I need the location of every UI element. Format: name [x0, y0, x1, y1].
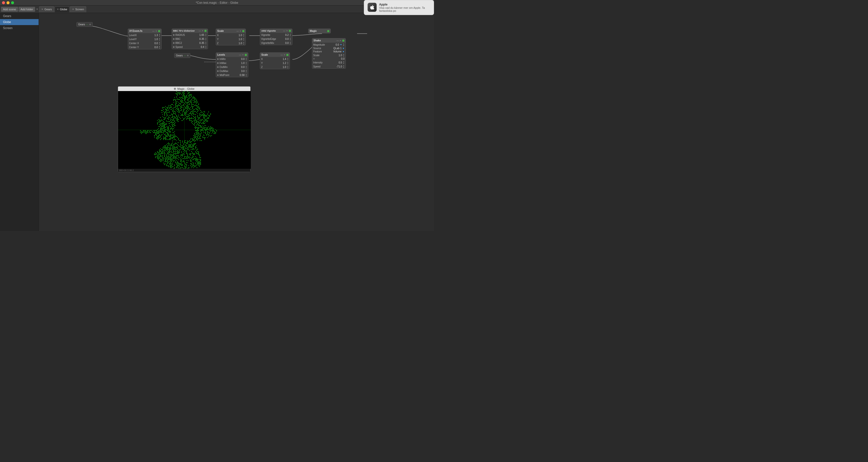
gears-out-port-2 — [187, 55, 189, 56]
preview-status: 880×00 S 66.2 — [118, 169, 250, 172]
shake-magnitude-select[interactable]: ▼ — [340, 44, 342, 46]
minimize-button[interactable] — [6, 1, 9, 4]
maximize-button[interactable] — [11, 1, 14, 4]
xyzoom-centerx-stepper[interactable]: ▲▼ — [159, 41, 160, 45]
bbc70-node[interactable]: BBC 70's Globerizer — + RADIUS 1.65 ▲▼ B… — [172, 29, 208, 49]
levels-midpoint-stepper[interactable]: ▲▼ — [245, 73, 247, 77]
levels-outmin-row: OutMin 0.0 ▲▼ — [216, 65, 248, 69]
shake-source-select[interactable]: ▼ — [342, 47, 345, 50]
vignette-plus[interactable]: + — [286, 30, 288, 32]
gears-source-2[interactable]: Gears — — [174, 53, 190, 58]
scale1-z-stepper[interactable]: ▲▼ — [243, 41, 245, 45]
shake-enabled[interactable] — [342, 40, 344, 41]
scale2-enabled[interactable] — [286, 54, 288, 56]
shake-intensity-stepper[interactable]: ▲▼ — [343, 61, 345, 64]
bbc70-bbc2-port — [173, 42, 175, 44]
sidebar-item-globe[interactable]: Globe — [0, 19, 39, 25]
sidebar-item-gears[interactable]: Gears — [0, 13, 39, 19]
gears-source-1[interactable]: Gears — — [76, 22, 93, 27]
levels-inmin-stepper[interactable]: ▲▼ — [245, 57, 247, 61]
bbc70-bbc-stepper[interactable]: ▲▼ — [205, 37, 207, 40]
bbc70-enabled[interactable] — [205, 30, 207, 32]
add-scene-button[interactable]: Add scene — [1, 7, 18, 12]
vignetteedge-stepper[interactable]: ▲▼ — [289, 37, 291, 40]
xyzoom-minus[interactable]: — — [152, 30, 155, 32]
bbc70-plus[interactable]: + — [202, 30, 203, 32]
shake-header: Shake — + — [312, 38, 345, 42]
shake-magnitude-stepper[interactable]: ▲▼ — [343, 43, 345, 47]
add-folder-button[interactable]: Add folder — [19, 7, 35, 12]
bbc70-speed-row: Speed 0.4 ▲▼ — [172, 45, 208, 49]
tab-gears[interactable]: ✕ Gears — [39, 6, 54, 12]
shake-plus[interactable]: + — [340, 39, 341, 42]
sidebar: Gears Globe Screen — [0, 13, 39, 231]
bbc70-radius-stepper[interactable]: ▲▼ — [205, 33, 207, 37]
bbc70-radius-row: RADIUS 1.65 ▲▼ — [172, 33, 208, 37]
gears-icon-1: — — [86, 23, 88, 26]
levels-minus[interactable]: — — [239, 54, 241, 56]
vignettemix-stepper[interactable]: ▲▼ — [289, 41, 291, 45]
traffic-lights[interactable] — [2, 1, 14, 4]
close-button[interactable] — [2, 1, 5, 4]
scale1-node[interactable]: Scale — + X 1.0 ▲▼ Y 1.0 ▲▼ Z 1.0 ▲▼ — [216, 29, 246, 46]
tab-gears-close[interactable]: ✕ — [41, 8, 43, 10]
scale1-x-stepper[interactable]: ▲▼ — [243, 33, 245, 37]
editor-canvas[interactable]: Gears — XYZoom.fs — + LevelX 1.3 ▲▼ Leve… — [39, 13, 434, 231]
notification-panel[interactable]: Apple Visa vad du känner mer om Apple. T… — [364, 0, 434, 15]
bbc70-minus[interactable]: — — [199, 30, 201, 32]
tab-screen-close[interactable]: ✕ — [72, 8, 74, 10]
xyzoom-centerx-row: Center X 0.0 ▲▼ — [128, 41, 161, 45]
xyzoom-node[interactable]: XYZoom.fs — + LevelX 1.3 ▲▼ LevelY 1.0 ▲… — [128, 29, 162, 50]
scale2-x-stepper[interactable]: ▲▼ — [287, 57, 289, 61]
xyzoom-header: XYZoom.fs — + — [128, 29, 161, 33]
sidebar-item-screen[interactable]: Screen — [0, 25, 39, 31]
shake-speed-stepper[interactable]: ▲▼ — [343, 65, 345, 68]
xyzoom-centery-row: Center Y 0.0 ▲▼ — [128, 45, 161, 49]
xyzoom-plus[interactable]: + — [156, 30, 157, 32]
vignette-minus[interactable]: — — [283, 30, 285, 32]
close-icon[interactable]: ✕ — [36, 8, 38, 10]
shake-node[interactable]: Shake — + Magnitude 0.0 ▼ ▲▼ Source QLab… — [312, 38, 346, 69]
xyzoom-levelx-stepper[interactable]: ▲▼ — [159, 33, 160, 37]
preview-window[interactable]: Magic - Globe 880×00 S 66.2 — [118, 86, 251, 172]
levels-inmin-port — [217, 58, 219, 60]
shake-intensity-row: Intensity 0.5 ▲▼ — [312, 60, 345, 64]
tab-globe[interactable]: ✕ Globe — [55, 6, 69, 12]
scale1-plus[interactable]: + — [240, 30, 241, 32]
xyzoom-centery-stepper[interactable]: ▲▼ — [159, 46, 160, 49]
magic-enabled[interactable] — [327, 30, 329, 32]
magic-node[interactable]: Magic — [308, 29, 331, 33]
bbc70-bbc2-stepper[interactable]: ▲▼ — [205, 41, 207, 45]
vignette-enabled[interactable] — [289, 30, 291, 32]
xyzoom-levely-stepper[interactable]: ▲▼ — [159, 37, 160, 41]
notification-body: Visa vad du känner mer om Apple. Ta fant… — [379, 6, 430, 12]
levels-inmax-stepper[interactable]: ▲▼ — [245, 61, 247, 65]
scale2-y-stepper[interactable]: ▲▼ — [287, 61, 289, 65]
scale2-minus[interactable]: — — [281, 54, 283, 56]
apple-icon — [368, 3, 377, 12]
scale2-z-row: Z 1.0 ▲▼ — [260, 65, 290, 69]
vignette-stepper[interactable]: ▲▼ — [289, 33, 291, 37]
shake-feature-select[interactable]: ▼ — [342, 50, 345, 53]
scale2-z-stepper[interactable]: ▲▼ — [287, 65, 289, 69]
levels-outmax-stepper[interactable]: ▲▼ — [245, 69, 247, 73]
shake-minus[interactable]: — — [337, 39, 339, 42]
scale1-enabled[interactable] — [242, 30, 244, 32]
levels-enabled[interactable] — [245, 54, 247, 56]
scale1-minus[interactable]: — — [237, 30, 239, 32]
tab-globe-close[interactable]: ✕ — [57, 8, 59, 10]
bbc70-speed-stepper[interactable]: ▲▼ — [205, 45, 207, 49]
levels-node[interactable]: Levels — + InMin 0.0 ▲▼ InMax 1.0 ▲▼ — [216, 52, 248, 77]
shake-scale-stepper[interactable]: ▲▼ — [343, 53, 345, 57]
scale2-plus[interactable]: + — [284, 54, 285, 56]
scale1-z-row: Z 1.0 ▲▼ — [216, 41, 246, 45]
notification-title: Apple — [379, 3, 430, 6]
levels-plus[interactable]: + — [242, 54, 244, 56]
xyzoom-enabled[interactable] — [158, 30, 160, 32]
xyzoom-levely-row: LevelY 1.0 ▲▼ — [128, 37, 161, 41]
tab-screen[interactable]: ✕ Screen — [70, 6, 86, 12]
levels-outmin-stepper[interactable]: ▲▼ — [245, 65, 247, 69]
scale1-y-stepper[interactable]: ▲▼ — [243, 37, 245, 41]
vignette-node[interactable]: v002 Vignette — + Vignette 0.2 ▲▼ Vignet… — [260, 29, 292, 45]
scale2-node[interactable]: Scale — + X 1.4 ▲▼ Y 1.2 ▲▼ Z 1.0 ▲▼ — [260, 52, 290, 69]
